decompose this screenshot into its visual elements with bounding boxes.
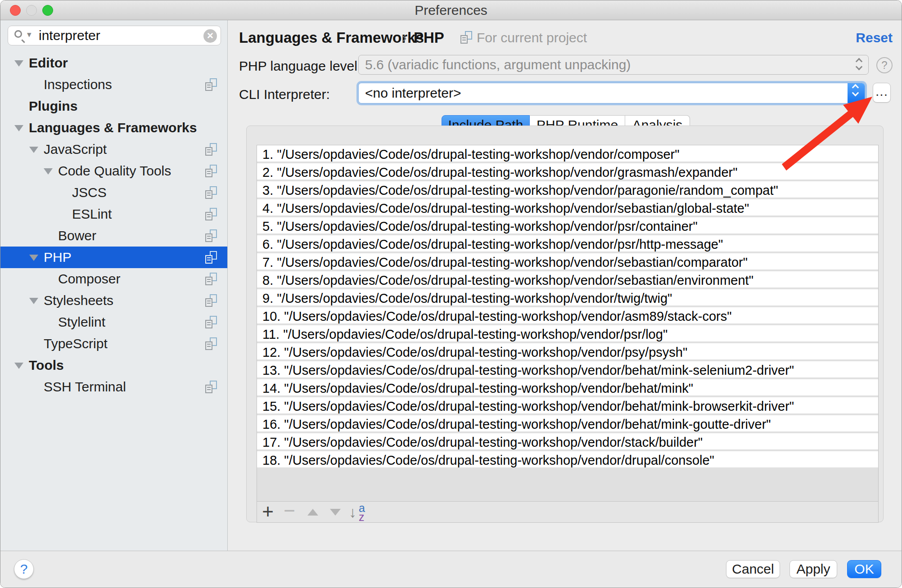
override-pages-icon (205, 186, 217, 199)
include-path-list: 1. "/Users/opdavies/Code/os/drupal-testi… (257, 145, 878, 502)
sidebar-item-stylesheets[interactable]: Stylesheets (0, 290, 228, 311)
sidebar-item-label: JavaScript (44, 139, 107, 160)
include-path-row[interactable]: 4. "/Users/opdavies/Code/os/drupal-testi… (257, 199, 878, 217)
search-icon (14, 30, 22, 38)
scope-note: For current project (477, 30, 587, 45)
search-options-caret-icon[interactable]: ▾ (27, 29, 32, 40)
sidebar-item-label: Languages & Frameworks (29, 117, 197, 139)
include-path-row[interactable]: 6. "/Users/opdavies/Code/os/drupal-testi… (257, 235, 878, 253)
cancel-button[interactable]: Cancel (726, 560, 780, 578)
include-path-row[interactable]: 3. "/Users/opdavies/Code/os/drupal-testi… (257, 181, 878, 199)
override-pages-icon (205, 316, 217, 328)
include-path-listbox: 1. "/Users/opdavies/Code/os/drupal-testi… (257, 145, 879, 523)
override-pages-icon (205, 294, 217, 307)
include-path-row[interactable]: 18. "/Users/opdavies/Code/os/drupal-test… (257, 451, 878, 469)
chevron-down-icon[interactable] (14, 363, 23, 369)
sidebar-item-bower[interactable]: Bower (0, 225, 228, 247)
include-path-row[interactable]: 16. "/Users/opdavies/Code/os/drupal-test… (257, 415, 878, 433)
move-up-button[interactable] (307, 509, 318, 516)
chevron-down-icon[interactable] (29, 255, 38, 261)
sidebar-item-label: Bower (58, 225, 96, 247)
current-project-icon (460, 31, 472, 44)
include-path-row[interactable]: 1. "/Users/opdavies/Code/os/drupal-testi… (257, 145, 878, 163)
override-pages-icon (205, 78, 217, 91)
override-pages-icon (205, 165, 217, 177)
include-path-row[interactable]: 17. "/Users/opdavies/Code/os/drupal-test… (257, 433, 878, 451)
dialog-footer: ? Cancel Apply OK (0, 551, 902, 588)
stepper-icon[interactable] (848, 83, 865, 103)
sidebar-item-inspections[interactable]: Inspections (0, 74, 228, 95)
reset-button[interactable]: Reset (856, 30, 893, 45)
override-pages-icon (205, 208, 217, 220)
preferences-window: Preferences ▾ ✕ EditorInspectionsPlugins… (0, 0, 902, 588)
list-toolbar: + − ↓ a z (257, 501, 878, 522)
sidebar-item-plugins[interactable]: Plugins (0, 95, 228, 117)
stepper-icon (852, 57, 866, 72)
language-level-select[interactable]: 5.6 (variadic functions, argument unpack… (358, 55, 869, 75)
include-path-row[interactable]: 14. "/Users/opdavies/Code/os/drupal-test… (257, 379, 878, 397)
sidebar-item-label: Plugins (29, 95, 77, 117)
include-path-row[interactable]: 9. "/Users/opdavies/Code/os/drupal-testi… (257, 289, 878, 307)
apply-button[interactable]: Apply (789, 560, 837, 578)
include-path-row[interactable]: 7. "/Users/opdavies/Code/os/drupal-testi… (257, 253, 878, 271)
override-pages-icon (205, 381, 217, 393)
interpreter-browse-button[interactable]: ... (873, 83, 891, 103)
sidebar-item-label: Stylesheets (44, 290, 113, 311)
sidebar-item-javascript[interactable]: JavaScript (0, 139, 228, 160)
include-path-row[interactable]: 2. "/Users/opdavies/Code/os/drupal-testi… (257, 163, 878, 181)
sidebar-item-php[interactable]: PHP (0, 247, 228, 268)
sort-arrow-icon: ↓ (349, 503, 356, 521)
sidebar-item-tools[interactable]: Tools (0, 355, 228, 376)
sidebar-item-jscs[interactable]: JSCS (0, 182, 228, 203)
include-path-row[interactable]: 11. "/Users/opdavies/Code/os/drupal-test… (257, 325, 878, 343)
sidebar-item-label: Inspections (44, 74, 112, 95)
chevron-down-icon[interactable] (29, 298, 38, 304)
search-input[interactable] (38, 27, 191, 44)
include-path-panel: 1. "/Users/opdavies/Code/os/drupal-testi… (246, 126, 884, 522)
sidebar-item-typescript[interactable]: TypeScript (0, 333, 228, 355)
chevron-down-icon[interactable] (14, 60, 23, 67)
sidebar-item-label: Stylelint (58, 311, 105, 333)
language-level-help-icon[interactable]: ? (876, 57, 893, 73)
override-pages-icon (205, 251, 217, 264)
sidebar-item-languages-frameworks[interactable]: Languages & Frameworks (0, 117, 228, 139)
sidebar-item-label: Composer (58, 268, 120, 290)
include-path-row[interactable]: 15. "/Users/opdavies/Code/os/drupal-test… (257, 397, 878, 415)
chevron-down-icon[interactable] (14, 125, 23, 131)
sidebar-item-label: ESLint (72, 203, 112, 225)
help-button[interactable]: ? (14, 559, 34, 579)
sidebar-item-label: Editor (29, 52, 68, 74)
override-pages-icon (205, 273, 217, 285)
sidebar-item-label: Tools (29, 355, 64, 376)
sidebar-item-stylelint[interactable]: Stylelint (0, 311, 228, 333)
sidebar-item-ssh-terminal[interactable]: SSH Terminal (0, 376, 228, 398)
settings-search[interactable]: ▾ ✕ (8, 26, 221, 45)
include-path-row[interactable]: 8. "/Users/opdavies/Code/os/drupal-testi… (257, 271, 878, 289)
breadcrumb-languages-frameworks[interactable]: Languages & Frameworks (239, 29, 424, 46)
search-clear-icon[interactable]: ✕ (203, 29, 217, 43)
sidebar-item-label: SSH Terminal (44, 376, 126, 398)
remove-button[interactable]: − (280, 502, 298, 522)
settings-sidebar: ▾ ✕ EditorInspectionsPluginsLanguages & … (0, 20, 228, 551)
sidebar-item-code-quality-tools[interactable]: Code Quality Tools (0, 160, 228, 182)
sidebar-item-eslint[interactable]: ESLint (0, 203, 228, 225)
sidebar-item-editor[interactable]: Editor (0, 52, 228, 74)
cli-interpreter-combobox[interactable]: <no interpreter> (358, 83, 865, 103)
cli-interpreter-value: <no interpreter> (365, 83, 461, 103)
move-down-button[interactable] (330, 509, 341, 516)
settings-tree: EditorInspectionsPluginsLanguages & Fram… (0, 45, 227, 551)
ok-button[interactable]: OK (847, 560, 881, 578)
chevron-down-icon[interactable] (44, 168, 53, 175)
sidebar-item-composer[interactable]: Composer (0, 268, 228, 290)
sort-z-glyph: z (359, 511, 365, 524)
chevron-down-icon[interactable] (29, 147, 38, 153)
sidebar-item-label: JSCS (72, 182, 107, 203)
sidebar-item-label: Code Quality Tools (58, 160, 171, 182)
add-button[interactable]: + (259, 502, 277, 522)
include-path-row[interactable]: 13. "/Users/opdavies/Code/os/drupal-test… (257, 361, 878, 379)
override-pages-icon (205, 143, 217, 156)
include-path-row[interactable]: 5. "/Users/opdavies/Code/os/drupal-testi… (257, 217, 878, 235)
include-path-row[interactable]: 12. "/Users/opdavies/Code/os/drupal-test… (257, 343, 878, 361)
include-path-row[interactable]: 10. "/Users/opdavies/Code/os/drupal-test… (257, 307, 878, 325)
sort-alphabetically-button[interactable]: ↓ a z (349, 503, 374, 522)
